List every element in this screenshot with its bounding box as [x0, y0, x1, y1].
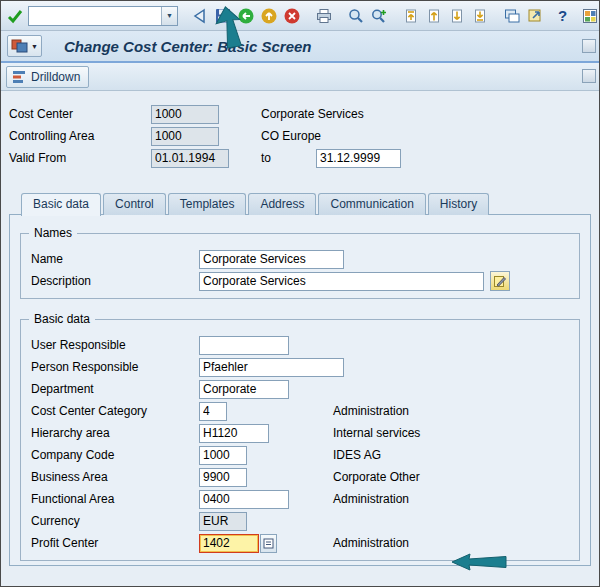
- find-next-icon[interactable]: [369, 5, 389, 27]
- cost-center-label: Cost Center: [9, 107, 151, 121]
- annotation-arrow-save: [206, 1, 259, 52]
- business-area-row: Business Area Corporate Other: [31, 466, 569, 488]
- find-icon[interactable]: [346, 5, 366, 27]
- valid-from-field[interactable]: [151, 149, 229, 168]
- person-responsible-row: Person Responsible: [31, 356, 569, 378]
- new-session-icon[interactable]: [502, 5, 522, 27]
- drilldown-icon: [11, 69, 27, 85]
- cost-center-category-text: Administration: [333, 404, 409, 418]
- valid-to-field[interactable]: [316, 149, 401, 168]
- names-group: Names Name Description: [20, 233, 580, 299]
- valid-from-label: Valid From: [9, 151, 151, 165]
- header-row-valid-from: Valid From to: [9, 147, 591, 169]
- cost-center-category-label: Cost Center Category: [31, 404, 199, 418]
- application-toolbar: Drilldown: [1, 63, 599, 91]
- department-label: Department: [31, 382, 199, 396]
- matchcode-icon: [263, 538, 274, 549]
- first-page-icon[interactable]: [401, 5, 421, 27]
- command-dropdown-icon[interactable]: ▼: [161, 7, 177, 25]
- tab-strip: Basic data Control Templates Address Com…: [21, 193, 591, 215]
- person-responsible-field[interactable]: [199, 358, 344, 377]
- page-up-icon[interactable]: [424, 5, 444, 27]
- name-label: Name: [31, 252, 199, 266]
- command-input[interactable]: [29, 7, 161, 25]
- last-page-icon[interactable]: [470, 5, 490, 27]
- business-area-field[interactable]: [199, 468, 247, 487]
- description-field[interactable]: [199, 272, 484, 291]
- pencil-icon: [493, 274, 507, 288]
- titlebar-edge-button[interactable]: [582, 39, 596, 53]
- main-content: Cost Center Corporate Services Controlli…: [1, 91, 599, 566]
- hierarchy-area-text: Internal services: [333, 426, 420, 440]
- drilldown-label: Drilldown: [31, 70, 80, 84]
- create-shortcut-icon[interactable]: [525, 5, 545, 27]
- long-text-edit-button[interactable]: [490, 271, 510, 291]
- controlling-area-field[interactable]: [151, 127, 219, 146]
- chevron-down-icon: ▼: [31, 43, 38, 50]
- tab-basic-data[interactable]: Basic data: [21, 193, 101, 216]
- print-icon[interactable]: [314, 5, 334, 27]
- screen-menu-button[interactable]: ▼: [7, 35, 42, 57]
- department-field[interactable]: [199, 380, 289, 399]
- standard-toolbar: ▼: [1, 1, 599, 31]
- user-responsible-field[interactable]: [199, 336, 289, 355]
- profit-center-label: Profit Center: [31, 536, 199, 550]
- exit-icon[interactable]: [259, 5, 279, 27]
- cost-center-field[interactable]: [151, 105, 219, 124]
- command-field-combo: ▼: [28, 6, 178, 26]
- profit-center-matchcode-button[interactable]: [260, 534, 277, 553]
- profit-center-text: Administration: [333, 536, 409, 550]
- person-responsible-label: Person Responsible: [31, 360, 199, 374]
- currency-row: Currency: [31, 510, 569, 532]
- tab-control[interactable]: Control: [103, 193, 166, 215]
- cost-center-text: Corporate Services: [261, 107, 364, 121]
- basic-data-group-title: Basic data: [29, 312, 95, 326]
- title-bar: ▼ Change Cost Center: Basic Screen: [1, 31, 599, 63]
- header-row-controlling-area: Controlling Area CO Europe: [9, 125, 591, 147]
- drilldown-button[interactable]: Drilldown: [6, 66, 89, 88]
- company-code-label: Company Code: [31, 448, 199, 462]
- business-area-label: Business Area: [31, 470, 199, 484]
- header-row-cost-center: Cost Center Corporate Services: [9, 103, 591, 125]
- valid-to-label: to: [261, 151, 316, 165]
- customize-icon[interactable]: [580, 5, 600, 27]
- hierarchy-area-field[interactable]: [199, 424, 269, 443]
- company-code-text: IDES AG: [333, 448, 381, 462]
- currency-label: Currency: [31, 514, 199, 528]
- name-field[interactable]: [199, 250, 344, 269]
- description-row: Description: [31, 270, 569, 292]
- hierarchy-area-label: Hierarchy area: [31, 426, 199, 440]
- business-area-text: Corporate Other: [333, 470, 420, 484]
- functional-area-label: Functional Area: [31, 492, 199, 506]
- cancel-icon[interactable]: [282, 5, 302, 27]
- tab-communication[interactable]: Communication: [318, 193, 425, 215]
- controlling-area-text: CO Europe: [261, 129, 321, 143]
- company-code-field[interactable]: [199, 446, 247, 465]
- department-row: Department: [31, 378, 569, 400]
- description-label: Description: [31, 274, 199, 288]
- sap-window: ▼: [0, 0, 600, 587]
- tab-address[interactable]: Address: [248, 193, 316, 215]
- functional-area-text: Administration: [333, 492, 409, 506]
- basic-data-group: Basic data User Responsible Person Respo…: [20, 319, 580, 561]
- hierarchy-area-row: Hierarchy area Internal services: [31, 422, 569, 444]
- currency-field[interactable]: [199, 512, 247, 531]
- appbar-edge-button[interactable]: [582, 69, 596, 83]
- page-title: Change Cost Center: Basic Screen: [64, 38, 312, 55]
- tab-templates[interactable]: Templates: [168, 193, 247, 215]
- user-responsible-label: User Responsible: [31, 338, 199, 352]
- enter-icon[interactable]: [5, 5, 25, 27]
- tab-panel-basic-data: Names Name Description Basic data Use: [9, 214, 591, 566]
- controlling-area-label: Controlling Area: [9, 129, 151, 143]
- company-code-row: Company Code IDES AG: [31, 444, 569, 466]
- tab-history[interactable]: History: [428, 193, 489, 215]
- functional-area-row: Functional Area Administration: [31, 488, 569, 510]
- functional-area-field[interactable]: [199, 490, 289, 509]
- cost-center-category-field[interactable]: [199, 402, 227, 421]
- help-icon[interactable]: ?: [557, 5, 568, 27]
- profit-center-field[interactable]: [199, 534, 259, 553]
- names-group-title: Names: [29, 226, 77, 240]
- page-down-icon[interactable]: [447, 5, 467, 27]
- profit-center-row: Profit Center Administration: [31, 532, 569, 554]
- cost-center-category-row: Cost Center Category Administration: [31, 400, 569, 422]
